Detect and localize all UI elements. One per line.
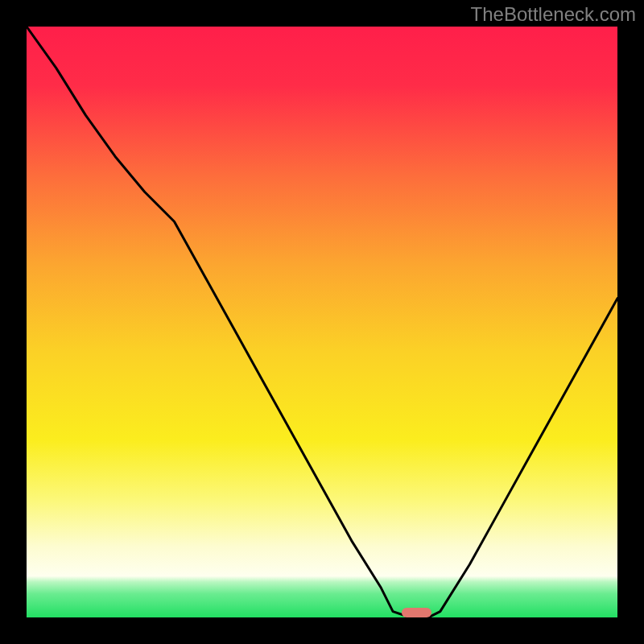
chart-container: TheBottleneck.com — [0, 0, 644, 644]
optimal-marker — [402, 608, 431, 617]
curve-line — [27, 27, 617, 617]
plot-area — [27, 27, 617, 617]
watermark-text: TheBottleneck.com — [471, 3, 636, 26]
